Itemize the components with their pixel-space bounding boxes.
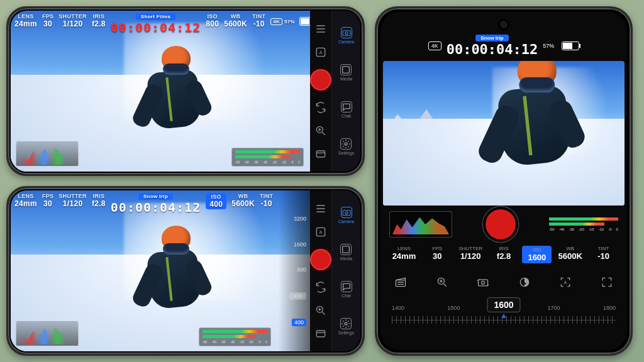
focus-auto-icon[interactable]: A (314, 226, 327, 238)
stats-hud: LENS24mm FPS30 SHUTTER1/120 IRISf2.8 Sho… (14, 13, 306, 45)
svg-rect-3 (316, 151, 325, 157)
svg-rect-12 (343, 211, 350, 216)
stat-shutter[interactable]: SHUTTER1/120 (58, 193, 87, 208)
svg-text:A: A (319, 229, 322, 235)
mid-hud: -50-40-30-20-15-10-50 (380, 206, 627, 243)
zoom-icon[interactable] (314, 304, 327, 317)
stat-wb[interactable]: WB5600K (224, 13, 247, 28)
stat-iris[interactable]: IRISf2.8 (92, 193, 106, 208)
nav-chat[interactable]: Chat (341, 101, 352, 118)
stat-tint[interactable]: TINT-10 (252, 13, 265, 28)
audio-meter[interactable]: -50-40-30-20-15-10-50 (231, 148, 304, 167)
svg-rect-11 (316, 331, 325, 337)
nav-media[interactable]: Media (340, 64, 352, 81)
flip-camera-icon[interactable] (477, 276, 489, 288)
iso-current[interactable]: 400 (289, 292, 306, 300)
resolution-chip[interactable]: 4K (270, 18, 282, 25)
stat-lens[interactable]: LENS24mm (14, 13, 37, 28)
nav-camera[interactable]: Camera (338, 27, 354, 44)
stat-shutter[interactable]: SHUTTER1/120 (58, 13, 87, 28)
phone-horizontal-2: LENS24mm FPS30 SHUTTER1/120 IRISf2.8 Sno… (6, 186, 365, 356)
zoom-in-icon[interactable] (436, 276, 448, 288)
param-tint[interactable]: TINT-10 (589, 246, 618, 263)
front-camera-lens (500, 21, 508, 28)
param-wb[interactable]: WB5600K (555, 246, 585, 263)
project-chip[interactable]: Short Films (136, 13, 175, 20)
menu-icon[interactable] (314, 23, 327, 35)
svg-point-7 (345, 143, 347, 145)
param-iso-active[interactable]: ISO1600 (522, 246, 552, 263)
settings-quick-icon[interactable] (314, 327, 327, 340)
nav-rail: Camera Media Chat Settings (331, 11, 360, 172)
slate-icon[interactable] (394, 276, 407, 288)
record-button[interactable] (310, 249, 331, 270)
svg-text:A: A (319, 50, 322, 55)
iso-ruler-horizontal[interactable]: 1400 1500 . 1700 1800 1600 (380, 299, 627, 336)
stat-lens[interactable]: LENS24mm (14, 193, 37, 208)
histogram[interactable] (389, 211, 452, 238)
svg-rect-4 (343, 31, 350, 36)
nav-settings[interactable]: Settings (338, 138, 354, 155)
nav-settings[interactable]: Settings (338, 318, 354, 335)
phone-vertical: 4K Snow trip 00:00:04:12 57% (375, 6, 633, 356)
timecode: 00:00:04:12 (111, 200, 201, 215)
subject-snowboarder (130, 226, 212, 332)
param-shutter[interactable]: SHUTTER1/120 (456, 246, 486, 263)
subject-snowboarder (475, 61, 586, 198)
record-button[interactable] (310, 69, 331, 90)
exposure-icon[interactable] (518, 276, 531, 288)
stat-iso-active[interactable]: ISO400 (206, 193, 226, 209)
stat-iris[interactable]: IRISf2.8 (92, 13, 106, 28)
camera-viewport[interactable]: LENS24mm FPS30 SHUTTER1/120 IRISf2.8 Sho… (11, 11, 310, 172)
stat-fps[interactable]: FPS30 (42, 13, 53, 28)
param-lens[interactable]: LENS24mm (389, 246, 419, 263)
svg-point-13 (345, 212, 348, 214)
tool-icon-row: A (380, 270, 627, 295)
iso-active[interactable]: 400 (292, 319, 306, 326)
svg-rect-14 (343, 246, 350, 253)
top-hud: 4K Snow trip 00:00:04:12 57% (380, 12, 627, 61)
settings-quick-icon[interactable] (314, 148, 327, 160)
audio-meter[interactable]: -50-40-30-20-15-10-50 (199, 327, 271, 346)
histogram[interactable] (16, 141, 79, 167)
stats-hud: LENS24mm FPS30 SHUTTER1/120 IRISf2.8 Sno… (14, 193, 306, 224)
svg-point-5 (345, 32, 348, 35)
nav-chat[interactable]: Chat (341, 281, 352, 298)
battery-icon (299, 17, 310, 26)
param-iris[interactable]: IRISf2.8 (489, 246, 519, 263)
fullscreen-icon[interactable] (601, 276, 613, 288)
audio-meter[interactable]: -50-40-30-20-15-10-50 (549, 217, 618, 231)
tool-strip: A (310, 11, 331, 172)
histogram[interactable] (16, 321, 79, 346)
tool-strip: A (310, 190, 331, 351)
stat-iso[interactable]: ISO800 (206, 13, 219, 28)
flip-camera-icon[interactable] (314, 281, 327, 293)
timecode: 00:00:04:12 (111, 20, 201, 35)
param-fps[interactable]: FPS30 (423, 246, 452, 263)
record-button[interactable] (486, 209, 516, 239)
flip-camera-icon[interactable] (314, 101, 327, 114)
project-chip[interactable]: Snow trip (138, 193, 173, 200)
menu-icon[interactable] (314, 202, 327, 215)
project-chip[interactable]: Snow trip (475, 35, 508, 41)
nav-media[interactable]: Media (340, 244, 352, 261)
focus-auto-icon[interactable]: A (314, 46, 327, 58)
battery-pct: 57% (543, 43, 554, 49)
resolution-chip[interactable]: 4K (428, 41, 441, 50)
stat-wb[interactable]: WB5600K (231, 193, 255, 208)
iso-ruler[interactable]: 3200 1600 800 400 400 (279, 190, 310, 351)
svg-text:A: A (564, 280, 567, 285)
camera-viewport[interactable]: LENS24mm FPS30 SHUTTER1/120 IRISf2.8 Sno… (11, 190, 310, 351)
svg-rect-6 (343, 67, 350, 74)
camera-viewport[interactable] (383, 61, 625, 206)
focus-auto-icon[interactable]: A (559, 276, 572, 288)
subject-snowboarder (130, 46, 212, 153)
battery-pct: 57% (284, 19, 295, 25)
phone-horizontal-1: LENS24mm FPS30 SHUTTER1/120 IRISf2.8 Sho… (6, 6, 365, 176)
stat-tint[interactable]: TINT-10 (260, 193, 273, 208)
nav-camera[interactable]: Camera (338, 207, 354, 224)
svg-rect-16 (396, 280, 406, 287)
svg-point-19 (482, 281, 485, 284)
stat-fps[interactable]: FPS30 (42, 193, 53, 208)
zoom-icon[interactable] (314, 124, 327, 137)
